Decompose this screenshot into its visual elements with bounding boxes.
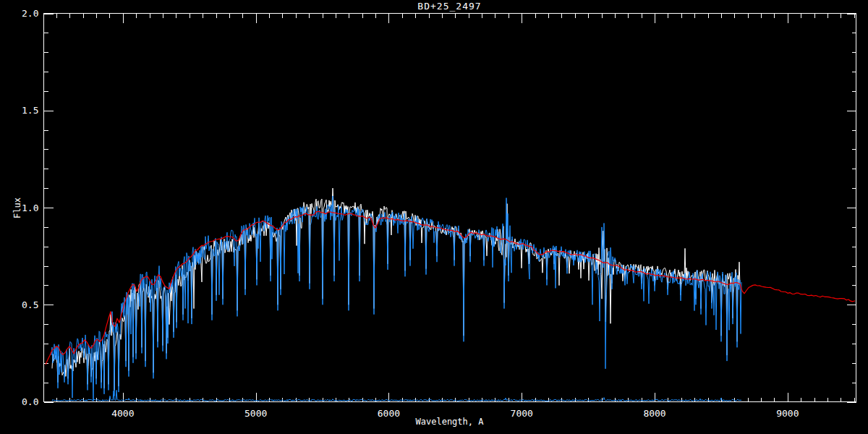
y-axis-label: Flux [13, 172, 22, 244]
y-tick-label: 0.5 [22, 299, 38, 310]
y-tick-label: 0.0 [22, 396, 38, 407]
y-tick-label: 1.0 [22, 203, 38, 213]
axis-ticks [44, 14, 856, 403]
axis-frame [44, 14, 856, 402]
y-tick-label: 2.0 [22, 8, 38, 19]
plot-title: BD+25_2497 [43, 1, 856, 11]
plot-canvas: 4000500060007000800090000.00.51.01.52.0 [0, 0, 868, 434]
y-tick-label: 1.5 [22, 105, 38, 116]
x-axis-label: Wavelength, A [43, 417, 856, 427]
series-error-spectrum-blue [52, 390, 741, 401]
series-observed-spectrum-blue [51, 196, 741, 401]
spectrum-chart: 4000500060007000800090000.00.51.01.52.0 … [0, 0, 868, 434]
